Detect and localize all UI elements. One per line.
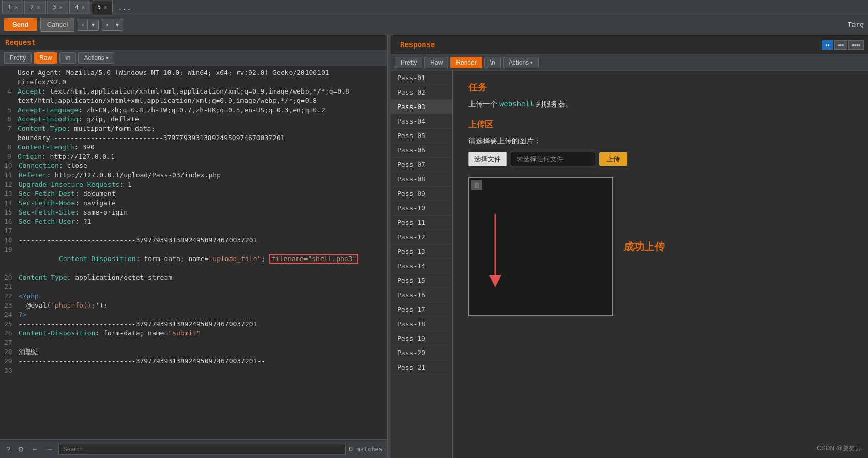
upload-section: 上传区 请选择要上传的图片： 选择文件 未选择任何文件 上传 🖼	[468, 119, 852, 316]
choose-file-button[interactable]: 选择文件	[468, 152, 507, 166]
settings-icon-button[interactable]: ⚙	[16, 444, 26, 454]
request-toolbar: Pretty Raw \n Actions ▾	[0, 50, 387, 66]
upload-controls: 选择文件 未选择任何文件 上传	[468, 152, 852, 166]
response-tab-pretty[interactable]: Pretty	[395, 57, 422, 68]
tab-more[interactable]: ...	[114, 1, 135, 13]
tab-bar: 1 × 2 × 3 × 4 × 5 × ...	[0, 0, 868, 14]
code-line-27: 27	[0, 338, 387, 347]
nav-forward-dropdown[interactable]: ▾	[112, 19, 123, 30]
actions-label: Actions	[84, 54, 104, 62]
view-toggle: ▪▪ ▪▪▪ ▪▪▪▪	[822, 40, 864, 50]
pass-item-09[interactable]: Pass-09	[391, 187, 452, 201]
code-line-10: 10 Connection: close	[0, 161, 387, 171]
search-input[interactable]	[58, 444, 346, 455]
pass-item-11[interactable]: Pass-11	[391, 216, 452, 230]
code-line-26: 26 Content-Disposition: form-data; name=…	[0, 329, 387, 338]
code-line-4b: text/html,application/xhtml+xml,applicat…	[0, 96, 387, 105]
pass-item-15[interactable]: Pass-15	[391, 273, 452, 288]
code-line-21: 21	[0, 282, 387, 292]
pass-item-08[interactable]: Pass-08	[391, 172, 452, 187]
pass-item-03[interactable]: Pass-03	[391, 100, 452, 114]
tab-5[interactable]: 5 ×	[92, 1, 113, 14]
cancel-button[interactable]: Cancel	[40, 18, 74, 32]
code-line-22: 22 <?php	[0, 292, 387, 301]
code-line-ua2: Firefox/92.0	[0, 78, 387, 87]
task-description: 上传一个 webshell 到服务器。	[468, 100, 852, 109]
nav-forward-button[interactable]: ›	[102, 19, 112, 30]
no-file-text: 未选择任何文件	[511, 152, 595, 166]
pass-item-10[interactable]: Pass-10	[391, 201, 452, 216]
request-tab-actions[interactable]: Actions ▾	[78, 52, 114, 64]
request-tab-pretty[interactable]: Pretty	[4, 52, 32, 64]
search-back-button[interactable]: ←	[29, 444, 41, 454]
code-line-14: 14 Sec-Fetch-Mode: navigate	[0, 199, 387, 208]
send-button[interactable]: Send	[4, 18, 37, 31]
red-arrow-svg	[469, 199, 511, 302]
pass-item-19[interactable]: Pass-19	[391, 331, 452, 346]
tab-1-close[interactable]: ×	[14, 5, 18, 10]
image-preview: 🖼	[468, 177, 613, 316]
pass-item-18[interactable]: Pass-18	[391, 317, 452, 331]
nav-back-dropdown[interactable]: ▾	[88, 19, 98, 30]
response-toolbar: Pretty Raw Render \n Actions ▾	[391, 55, 868, 71]
tab-3-label: 3	[53, 4, 56, 11]
response-content: Pass-01 Pass-02 Pass-03 Pass-04 Pass-05 …	[391, 71, 868, 458]
response-tab-actions[interactable]: Actions ▾	[503, 57, 539, 68]
tab-3[interactable]: 3 ×	[47, 1, 68, 14]
code-line-ua: User-Agent: Mozilla/5.0 (Windows NT 10.0…	[0, 68, 387, 78]
code-line-13: 13 Sec-Fetch-Dest: document	[0, 189, 387, 199]
code-line-25: 25 -----------------------------37977939…	[0, 319, 387, 329]
tab-4-label: 4	[75, 4, 79, 11]
pass-item-06[interactable]: Pass-06	[391, 143, 452, 158]
upload-button[interactable]: 上传	[599, 152, 627, 166]
nav-back-button[interactable]: ‹	[78, 19, 88, 30]
code-line-7: 7 Content-Type: multipart/form-data;	[0, 124, 387, 133]
view-toggle-2col[interactable]: ▪▪	[822, 40, 833, 50]
pass-item-04[interactable]: Pass-04	[391, 114, 452, 129]
code-line-24: 24 ?>	[0, 310, 387, 319]
response-tab-newline[interactable]: \n	[484, 57, 501, 68]
nav-back-forward: ‹ ▾	[78, 19, 99, 31]
pass-item-01[interactable]: Pass-01	[391, 71, 452, 85]
pass-item-13[interactable]: Pass-13	[391, 245, 452, 259]
request-tab-newline[interactable]: \n	[59, 52, 76, 64]
response-tab-render[interactable]: Render	[450, 57, 482, 68]
code-line-15: 15 Sec-Fetch-Site: same-origin	[0, 208, 387, 217]
code-line-20: 20 Content-Type: application/octet-strea…	[0, 273, 387, 282]
pass-item-12[interactable]: Pass-12	[391, 230, 452, 245]
tab-4-close[interactable]: ×	[82, 5, 85, 10]
pass-item-07[interactable]: Pass-07	[391, 158, 452, 172]
code-line-12: 12 Upgrade-Insecure-Requests: 1	[0, 180, 387, 189]
tab-2[interactable]: 2 ×	[24, 1, 45, 14]
code-line-18: 18 -----------------------------37977939…	[0, 236, 387, 245]
search-forward-button[interactable]: →	[44, 444, 55, 454]
tab-2-close[interactable]: ×	[37, 5, 40, 10]
response-tab-raw[interactable]: Raw	[424, 57, 448, 68]
pass-item-02[interactable]: Pass-02	[391, 85, 452, 100]
tab-4[interactable]: 4 ×	[69, 1, 90, 14]
pass-item-20[interactable]: Pass-20	[391, 346, 452, 360]
response-header: Response	[395, 37, 440, 52]
pass-item-16[interactable]: Pass-16	[391, 288, 452, 302]
tab-1[interactable]: 1 ×	[2, 1, 23, 14]
broken-image-icon: 🖼	[471, 180, 482, 190]
request-tab-raw[interactable]: Raw	[34, 52, 57, 64]
help-icon-button[interactable]: ?	[4, 444, 12, 454]
pass-item-05[interactable]: Pass-05	[391, 129, 452, 143]
pass-item-21[interactable]: Pass-21	[391, 360, 452, 375]
view-toggle-3col[interactable]: ▪▪▪	[834, 40, 848, 50]
tab-5-close[interactable]: ×	[104, 5, 107, 10]
pass-list: Pass-01 Pass-02 Pass-03 Pass-04 Pass-05 …	[391, 71, 453, 458]
highlighted-filename: filename="shell.php3"	[269, 254, 358, 264]
request-code-area[interactable]: User-Agent: Mozilla/5.0 (Windows NT 10.0…	[0, 66, 387, 439]
search-matches: 0 matches	[349, 446, 383, 453]
success-text: 成功上传	[623, 240, 665, 254]
request-header: Request	[0, 35, 387, 50]
csdn-credit: CSDN @要努力.	[817, 444, 863, 453]
render-area: 任务 上传一个 webshell 到服务器。 上传区 请选择要上传的图片： 选择…	[453, 71, 868, 458]
pass-item-17[interactable]: Pass-17	[391, 302, 452, 317]
view-toggle-4col[interactable]: ▪▪▪▪	[848, 40, 864, 50]
tab-3-close[interactable]: ×	[59, 5, 63, 10]
code-line-29: 29 -----------------------------37977939…	[0, 357, 387, 366]
pass-item-14[interactable]: Pass-14	[391, 259, 452, 273]
